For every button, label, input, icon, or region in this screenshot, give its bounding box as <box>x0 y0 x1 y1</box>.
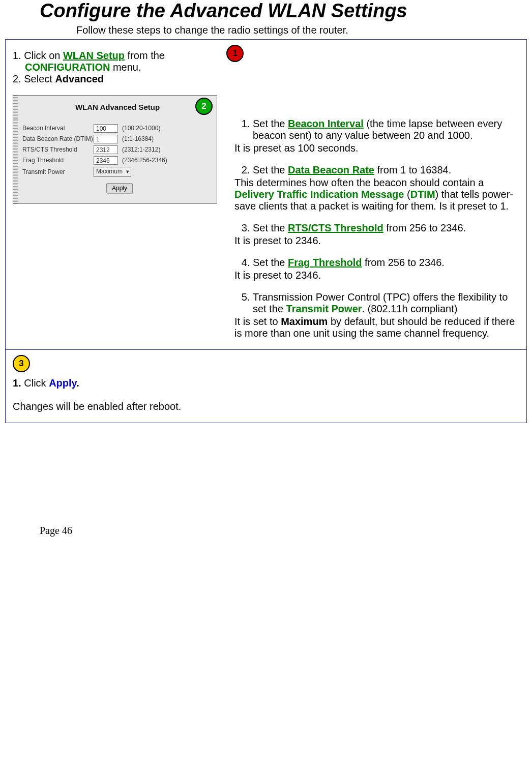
right-list-1: Set the Beacon Interval (the time lapse … <box>234 118 519 141</box>
r3p: It is preset to 2346. <box>234 235 519 247</box>
r2p: This determines how often the beacon sho… <box>234 177 519 212</box>
step1-line2: 2. Select Advanced <box>13 73 226 85</box>
right-list-4: Set the Frag Threshold from 256 to 2346. <box>234 257 519 269</box>
step1-num1: 1. <box>13 50 21 61</box>
steps-container: 1 1. Click on WLAN Setup from the CONFIG… <box>5 39 527 423</box>
r1a: Set the <box>253 118 288 129</box>
field-dtim: Data Beacon Rate (DTIM) 1 (1:1-16384) <box>22 135 217 143</box>
r2c: from 1 to 16384. <box>374 164 451 175</box>
field-txpower: Transmit Power Maximum <box>22 167 217 177</box>
label-rts: RTS/CTS Threshold <box>22 146 94 153</box>
r4p: It is preset to 2346. <box>234 270 519 281</box>
input-frag[interactable]: 2346 <box>94 156 118 165</box>
field-frag: Frag Threshold 2346 (2346:256-2346) <box>22 156 217 165</box>
left-column: 1. Click on WLAN Setup from the CONFIGUR… <box>13 45 226 204</box>
step1-line1b: CONFIGURATION menu. <box>13 62 226 73</box>
r5p_b: Maximum <box>281 316 328 327</box>
step1-t2a: Select <box>24 73 55 84</box>
r3c: from 256 to 2346. <box>383 222 466 233</box>
r4c: from 256 to 2346. <box>362 257 445 268</box>
right-item-3: Set the RTS/CTS Threshold from 256 to 23… <box>253 222 519 234</box>
input-beacon-interval[interactable]: 100 <box>94 124 118 133</box>
bottom-num: 1. <box>13 377 21 389</box>
r2b: Data Beacon Rate <box>288 164 374 175</box>
bottom-c: . <box>76 377 79 389</box>
bottom-line1: 1. Click Apply. <box>13 377 519 389</box>
r2p_c: ( <box>404 189 410 200</box>
step1-t1b: WLAN Setup <box>63 50 125 61</box>
hint-frag: (2346:256-2346) <box>122 157 167 164</box>
r3a: Set the <box>253 222 288 233</box>
field-beacon-interval: Beacon Interval 100 (100:20-1000) <box>22 124 217 133</box>
right-column: Set the Beacon Interval (the time lapse … <box>234 62 519 339</box>
bottom-cell: 3 1. Click Apply. Changes will be enable… <box>6 350 526 423</box>
step-marker-3: 3 <box>13 355 30 372</box>
bottom-a: Click <box>24 377 49 389</box>
mock-grip-body <box>13 119 18 203</box>
bottom-p: Changes will be enabled after reboot. <box>13 401 519 412</box>
top-cell: 1 1. Click on WLAN Setup from the CONFIG… <box>6 40 526 350</box>
r2p_b: Delivery Traffic Indication Message <box>234 189 404 200</box>
mock-grip-top <box>13 96 18 119</box>
label-beacon-interval: Beacon Interval <box>22 125 94 132</box>
bottom-b: Apply <box>49 377 76 389</box>
step1-t2b: Advanced <box>55 73 104 84</box>
step1-line1: 1. Click on WLAN Setup from the <box>13 50 226 62</box>
right-item-2: Set the Data Beacon Rate from 1 to 16384… <box>253 164 519 176</box>
r5p: It is set to Maximum by default, but sho… <box>234 316 519 339</box>
right-list-3: Set the RTS/CTS Threshold from 256 to 23… <box>234 222 519 234</box>
r2p_d: DTIM <box>410 189 435 200</box>
r1p: It is preset as 100 seconds. <box>234 142 519 154</box>
step1-t1a: Click on <box>24 50 63 61</box>
hint-rts: (2312:1-2312) <box>122 146 160 153</box>
r5c: . (802.11h compliant) <box>362 303 458 314</box>
label-frag: Frag Threshold <box>22 157 94 164</box>
step1-t1c: from the <box>125 50 165 61</box>
page-number: Page 46 <box>40 525 532 537</box>
mock-header: WLAN Advanced Setup <box>13 96 217 119</box>
step-marker-2: 2 <box>195 98 213 115</box>
right-list-2: Set the Data Beacon Rate from 1 to 16384… <box>234 164 519 176</box>
select-txpower[interactable]: Maximum <box>94 167 131 177</box>
label-txpower: Transmit Power <box>22 168 94 175</box>
input-rts[interactable]: 2312 <box>94 145 118 154</box>
r4b: Frag Threshold <box>288 257 362 268</box>
right-item-5: Transmission Power Control (TPC) offers … <box>253 291 519 315</box>
r4a: Set the <box>253 257 288 268</box>
field-rts: RTS/CTS Threshold 2312 (2312:1-2312) <box>22 145 217 154</box>
mock-body: Beacon Interval 100 (100:20-1000) Data B… <box>18 119 217 203</box>
intro-text: Follow these steps to change the radio s… <box>76 24 532 36</box>
step1-num2: 2. <box>13 73 21 84</box>
r2p_a: This determines how often the beacon sho… <box>234 177 484 188</box>
right-item-4: Set the Frag Threshold from 256 to 2346. <box>253 257 519 269</box>
hint-dtim: (1:1-16384) <box>122 135 154 142</box>
r2a: Set the <box>253 164 288 175</box>
r3b: RTS/CTS Threshold <box>288 222 383 233</box>
step1-t1d: CONFIGURATION <box>25 62 110 73</box>
step-marker-1: 1 <box>226 45 244 62</box>
right-list-5: Transmission Power Control (TPC) offers … <box>234 291 519 315</box>
mock-apply-row: Apply <box>22 179 217 198</box>
label-dtim: Data Beacon Rate (DTIM) <box>22 135 94 142</box>
wlan-advanced-setup-window: 2 WLAN Advanced Setup Beacon Interval 10… <box>13 95 217 204</box>
r5p_a: It is set to <box>234 316 281 327</box>
r5b: Transmit Power <box>286 303 362 314</box>
input-dtim[interactable]: 1 <box>94 135 118 143</box>
page-title: Configure the Advanced WLAN Settings <box>40 0 532 22</box>
hint-beacon-interval: (100:20-1000) <box>122 125 160 132</box>
r1b: Beacon Interval <box>288 118 364 129</box>
step1-t1e: menu. <box>110 62 141 73</box>
apply-button-mock[interactable]: Apply <box>106 183 133 193</box>
right-item-1: Set the Beacon Interval (the time lapse … <box>253 118 519 141</box>
mock-title: WLAN Advanced Setup <box>18 96 217 119</box>
